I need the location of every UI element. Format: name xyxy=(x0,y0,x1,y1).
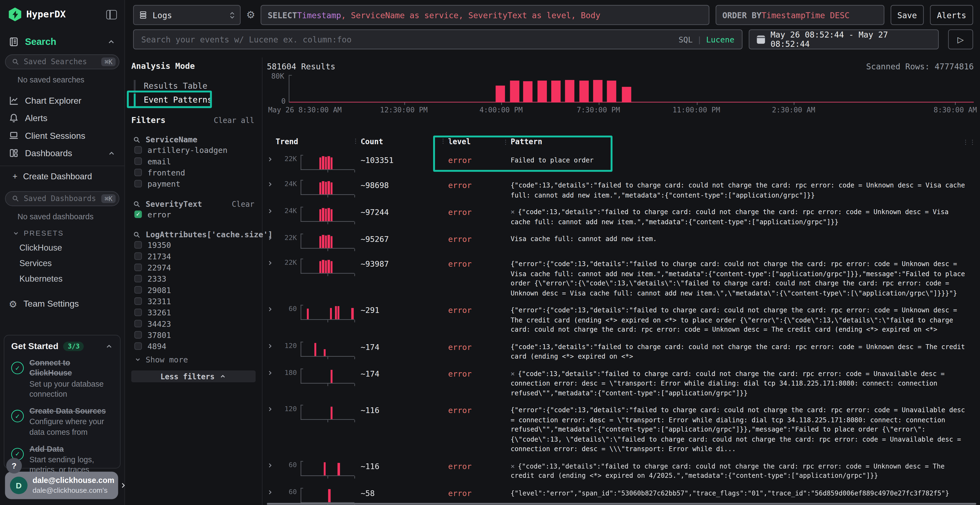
pattern-text[interactable]: {"error":{"code":13,"details":"failed to… xyxy=(511,258,978,298)
histogram-bar[interactable] xyxy=(538,81,547,103)
order-by-input[interactable]: ORDER BY TimestampTime DESC xyxy=(715,5,884,25)
create-dashboard-button[interactable]: +Create Dashboard xyxy=(0,166,124,184)
pattern-row[interactable]: 60~116error×{"code":13,"details":"failed… xyxy=(267,457,977,484)
saved-searches-input[interactable]: Saved Searches ⌘K xyxy=(5,54,119,69)
pattern-text[interactable]: ×{"code":13,"details":"failed to charge … xyxy=(511,368,978,398)
get-started-item[interactable]: ✓Add DataStart sending logs, metrics, or… xyxy=(11,444,113,475)
expand-row-chevron-icon[interactable] xyxy=(267,304,275,334)
sidebar-item-team-settings[interactable]: ⚙ Team Settings xyxy=(9,299,116,308)
checkbox-icon[interactable] xyxy=(134,157,142,165)
horizontal-scrollbar[interactable] xyxy=(267,503,976,505)
histogram-bar[interactable] xyxy=(607,81,616,103)
filter-option[interactable]: frontend xyxy=(134,167,262,178)
pattern-text[interactable]: {"code":13,"details":"failed to charge c… xyxy=(511,341,978,361)
pattern-text[interactable]: ×{"code":13,"details":"failed to charge … xyxy=(511,460,978,481)
pattern-row[interactable]: 24K~97244error×{"code":13,"details":"fai… xyxy=(267,203,977,230)
sql-mode-toggle[interactable]: SQL xyxy=(679,35,693,44)
histogram-bar[interactable] xyxy=(593,80,603,102)
expand-row-chevron-icon[interactable] xyxy=(267,341,275,361)
drag-handle-icon[interactable]: ⋮⋮ xyxy=(963,137,977,147)
column-header-pattern[interactable]: ⋮⋮Pattern⋮⋮ xyxy=(511,137,978,151)
user-menu[interactable]: D dale@clickhouse.com dale@clickhouse.co… xyxy=(5,472,118,499)
alerts-button[interactable]: Alerts xyxy=(930,5,973,25)
results-histogram[interactable]: 80K 0 xyxy=(289,75,974,103)
filter-option[interactable]: email xyxy=(134,156,262,167)
checkbox-icon[interactable] xyxy=(134,241,142,249)
pattern-text[interactable]: {"code":13,"details":"failed to charge c… xyxy=(511,179,978,200)
filter-option[interactable]: payment xyxy=(134,178,262,189)
sidebar-item-dashboards[interactable]: Dashboards xyxy=(0,144,124,162)
pattern-row[interactable]: 22K~103351errorFailed to place order xyxy=(267,151,977,176)
checkbox-icon[interactable] xyxy=(134,169,142,176)
checkbox-icon[interactable] xyxy=(134,308,142,316)
column-header-trend[interactable]: Trend xyxy=(275,137,360,151)
checkbox-icon[interactable] xyxy=(134,342,142,350)
pattern-text[interactable]: ×{"code":13,"details":"failed to charge … xyxy=(511,206,978,227)
filter-option[interactable]: 19350 xyxy=(134,239,262,250)
pattern-text[interactable]: Visa cache full: cannot add new item. xyxy=(511,233,978,252)
preset-item-services[interactable]: Services xyxy=(19,259,124,268)
chevron-up-icon[interactable] xyxy=(107,37,116,46)
pattern-text[interactable]: Failed to place order xyxy=(511,154,978,173)
event-search-input[interactable]: Search your events w/ Lucene ex. column:… xyxy=(133,29,743,49)
checkbox-icon[interactable] xyxy=(134,252,142,260)
less-filters-button[interactable]: Less filters xyxy=(131,370,256,382)
checkbox-icon[interactable] xyxy=(134,320,142,327)
expand-row-chevron-icon[interactable] xyxy=(267,487,275,505)
pattern-text[interactable]: {"error":{"code":13,"details":"failed to… xyxy=(511,304,978,334)
histogram-bar[interactable] xyxy=(565,80,574,102)
expand-row-chevron-icon[interactable] xyxy=(267,179,275,200)
clear-filter-link[interactable]: Clear xyxy=(232,200,254,208)
filter-option[interactable]: 34423 xyxy=(134,318,262,329)
drag-handle-icon[interactable]: ⋮⋮ xyxy=(353,137,366,144)
pattern-row[interactable]: 120~116error{"error":{"code":13,"details… xyxy=(267,401,977,457)
checkbox-icon[interactable] xyxy=(134,264,142,271)
sidebar-item-alerts[interactable]: Alerts xyxy=(0,110,124,127)
save-button[interactable]: Save xyxy=(891,5,924,25)
histogram-bar[interactable] xyxy=(579,81,589,103)
show-more-link[interactable]: Show more xyxy=(134,355,262,364)
histogram-bar[interactable] xyxy=(510,81,519,103)
run-query-button[interactable]: ▷ xyxy=(948,29,973,49)
expand-row-chevron-icon[interactable] xyxy=(267,258,275,298)
checkbox-icon[interactable] xyxy=(134,146,142,154)
expand-row-chevron-icon[interactable] xyxy=(267,154,275,173)
column-header-level[interactable]: ⋮⋮level xyxy=(448,137,511,151)
sidebar-collapse-icon[interactable] xyxy=(106,10,117,19)
mode-event-patterns[interactable]: Event Patterns xyxy=(131,92,262,106)
expand-row-chevron-icon[interactable] xyxy=(267,233,275,252)
clear-all-filters-link[interactable]: Clear all xyxy=(214,116,254,125)
mode-results-table[interactable]: Results Table xyxy=(131,79,262,92)
pattern-text[interactable]: {"level":"error","span_id":"53060b827c62… xyxy=(511,487,978,505)
saved-dashboards-input[interactable]: Saved Dashboards ⌘K xyxy=(5,191,119,206)
lucene-mode-toggle[interactable]: Lucene xyxy=(706,35,735,44)
time-range-picker[interactable]: May 26 08:52:44 - May 27 08:52:44 xyxy=(749,29,939,49)
filter-option[interactable]: ✓error xyxy=(134,209,262,220)
presets-toggle[interactable]: PRESETS xyxy=(13,229,124,237)
filter-option[interactable]: 32311 xyxy=(134,295,262,306)
filter-option[interactable]: 37801 xyxy=(134,329,262,340)
checkbox-checked-icon[interactable]: ✓ xyxy=(134,211,142,218)
checkbox-icon[interactable] xyxy=(134,275,142,283)
filter-option[interactable]: 22974 xyxy=(134,262,262,273)
filter-option[interactable]: 2333 xyxy=(134,273,262,284)
drag-handle-icon[interactable]: ⋮⋮ xyxy=(440,137,454,144)
checkbox-icon[interactable] xyxy=(134,286,142,294)
expand-row-chevron-icon[interactable] xyxy=(267,206,275,227)
expand-row-chevron-icon[interactable] xyxy=(267,404,275,454)
get-started-item[interactable]: ✓Create Data SourcesConfigure where your… xyxy=(11,406,113,437)
source-selector[interactable]: Logs xyxy=(133,5,241,25)
filter-option[interactable]: 29081 xyxy=(134,284,262,295)
checkbox-icon[interactable] xyxy=(134,331,142,339)
filter-option[interactable]: 21734 xyxy=(134,251,262,262)
pattern-text[interactable]: {"error":{"code":13,"details":"failed to… xyxy=(511,404,978,454)
expand-row-chevron-icon[interactable] xyxy=(267,460,275,481)
select-query-input[interactable]: SELECT Timestamp, ServiceName as service… xyxy=(261,5,709,25)
help-button[interactable]: ? xyxy=(6,458,22,473)
expand-row-chevron-icon[interactable] xyxy=(267,368,275,398)
chevron-up-icon[interactable] xyxy=(105,342,113,350)
checkbox-icon[interactable] xyxy=(134,180,142,187)
histogram-bar[interactable] xyxy=(523,82,533,103)
pattern-row[interactable]: 120~174error{"code":13,"details":"failed… xyxy=(267,338,977,365)
pattern-row[interactable]: 60~291error{"error":{"code":13,"details"… xyxy=(267,301,977,338)
